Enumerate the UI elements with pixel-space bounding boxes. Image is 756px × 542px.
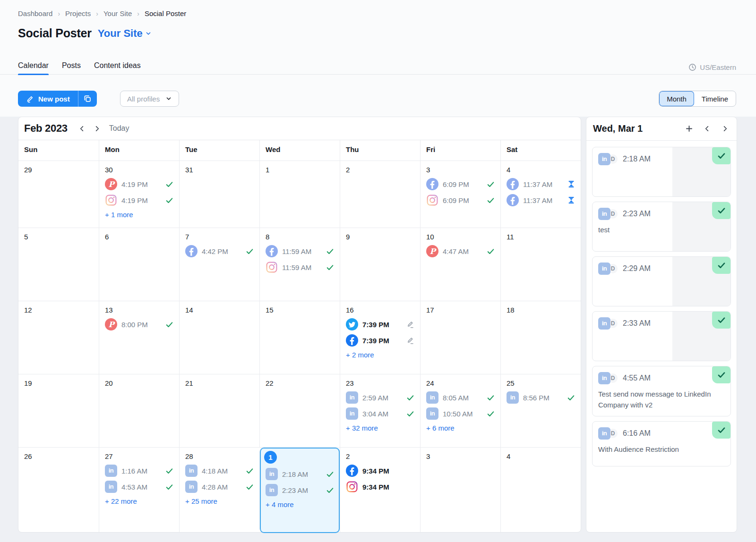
calendar-post[interactable]: 11:59 AM [266,261,334,273]
post-time: 4:19 PM [121,180,148,188]
calendar-day-cell[interactable]: 22 [259,374,340,447]
tab-calendar[interactable]: Calendar [18,61,49,75]
day-post-card[interactable]: inD2:23 AMtest [592,202,731,252]
view-toggle-month[interactable]: Month [659,91,694,106]
breadcrumb-your-site[interactable]: Your Site [103,9,132,17]
calendar-day-cell[interactable]: 167:39 PM7:39 PM+ 2 more [340,301,420,374]
more-posts-link[interactable]: + 22 more [105,497,173,505]
calendar-post[interactable]: in8:05 AM [426,391,495,404]
calendar-day-cell[interactable]: 2 [340,161,420,228]
calendar-day-cell[interactable]: 23in2:59 AMin3:04 AM+ 32 more [340,374,420,447]
more-posts-link[interactable]: + 25 more [185,497,254,505]
calendar-post[interactable]: 7:39 PM [346,334,414,347]
calendar-day-cell[interactable]: 1in2:18 AMin2:23 AM+ 4 more [259,448,340,533]
tab-posts[interactable]: Posts [62,61,81,75]
tab-content-ideas[interactable]: Content ideas [94,61,141,75]
more-posts-link[interactable]: + 1 more [105,211,173,219]
next-month-button[interactable] [91,122,103,135]
calendar-post[interactable]: 9:34 PM [346,481,414,493]
edit-pencil-icon[interactable] [406,320,414,329]
calendar-day-cell[interactable]: 1 [259,161,340,228]
calendar-day-cell[interactable]: 11 [500,228,581,301]
view-toggle-timeline[interactable]: Timeline [694,91,736,106]
calendar-post[interactable]: 4:42 PM [185,245,254,257]
calendar-post[interactable]: 7:39 PM [346,318,414,330]
more-posts-link[interactable]: + 6 more [426,424,495,432]
calendar-day-cell[interactable]: 31 [179,161,259,228]
more-posts-link[interactable]: + 4 more [266,500,334,508]
calendar-post[interactable]: 11:37 AM [507,194,575,206]
calendar-day-cell[interactable]: 3 [420,448,500,533]
calendar-post[interactable]: 6:09 PM [426,194,495,206]
more-posts-link[interactable]: + 32 more [346,424,414,432]
calendar-day-cell[interactable]: 21 [179,374,259,447]
calendar-post[interactable]: 4:19 PM [105,194,173,206]
calendar-day-cell[interactable]: 15 [259,301,340,374]
calendar-day-cell[interactable]: 20 [99,374,179,447]
calendar-post[interactable]: in4:28 AM [185,481,254,493]
add-post-button[interactable] [683,123,695,135]
calendar-day-cell[interactable]: 811:59 AM11:59 AM [259,228,340,301]
calendar-day-cell[interactable]: 411:37 AM11:37 AM [500,161,581,228]
calendar-post[interactable]: 11:59 AM [266,245,334,257]
breadcrumb-projects[interactable]: Projects [65,9,91,17]
day-post-card[interactable]: inD4:55 AMTest send now message to Linke… [592,366,731,416]
calendar-day-cell[interactable]: 4 [500,448,581,533]
calendar-post[interactable]: P8:00 PM [105,318,173,330]
calendar-day-cell[interactable]: 25in8:56 PM [500,374,581,447]
calendar-post[interactable]: P4:47 AM [426,245,495,257]
profiles-filter-dropdown[interactable]: All profiles [120,91,179,107]
breadcrumb-dashboard[interactable]: Dashboard [18,9,52,17]
day-post-card[interactable]: inD2:18 AM [592,147,731,197]
next-day-button[interactable] [719,123,731,135]
calendar-day-cell[interactable]: 29:34 PM9:34 PM [340,448,420,533]
calendar-day-cell[interactable]: 17 [420,301,500,374]
calendar-day-cell[interactable]: 26 [18,448,99,533]
day-post-card[interactable]: inD6:16 AMWith Audience Restriction [592,421,731,466]
today-button[interactable]: Today [109,124,129,133]
calendar-post[interactable]: 6:09 PM [426,178,495,190]
calendar-post[interactable]: in3:04 AM [346,407,414,420]
date-number: 7 [185,233,254,241]
calendar-post[interactable]: in4:18 AM [185,465,254,477]
calendar-post[interactable]: in8:56 PM [507,391,575,404]
calendar-post[interactable]: in1:16 AM [105,465,173,477]
calendar-day-cell[interactable]: 9 [340,228,420,301]
calendar-post[interactable]: in2:23 AM [266,484,334,496]
calendar-post[interactable]: 9:34 PM [346,465,414,477]
calendar-day-cell[interactable]: 12 [18,301,99,374]
calendar-day-cell[interactable]: 74:42 PM [179,228,259,301]
calendar-day-cell[interactable]: 36:09 PM6:09 PM [420,161,500,228]
calendar-day-cell[interactable]: 29 [18,161,99,228]
copy-icon [83,94,92,103]
calendar-day-cell[interactable]: 10P4:47 AM [420,228,500,301]
prev-day-button[interactable] [701,123,713,135]
post-text: test [598,225,725,236]
calendar-day-cell[interactable]: 27in1:16 AMin4:53 AM+ 22 more [99,448,179,533]
calendar-post[interactable]: in10:50 AM [426,407,495,420]
prev-month-button[interactable] [76,122,88,135]
calendar-day-cell[interactable]: 24in8:05 AMin10:50 AM+ 6 more [420,374,500,447]
calendar-day-cell[interactable]: 5 [18,228,99,301]
day-post-card[interactable]: inD2:29 AM [592,256,731,306]
calendar-post[interactable]: 11:37 AM [507,178,575,190]
calendar-post[interactable]: in4:53 AM [105,481,173,493]
bulk-post-button[interactable] [78,91,97,107]
calendar-day-cell[interactable]: 18 [500,301,581,374]
day-post-card[interactable]: inD2:33 AM [592,311,731,361]
more-posts-link[interactable]: + 2 more [346,351,414,359]
edit-pencil-icon[interactable] [406,336,414,345]
calendar-post[interactable]: in2:18 AM [266,468,334,480]
calendar-day-cell[interactable]: 6 [99,228,179,301]
calendar-post[interactable]: in2:59 AM [346,391,414,404]
linkedin-icon: in [598,372,610,384]
calendar-day-cell[interactable]: 19 [18,374,99,447]
calendar-day-cell[interactable]: 30P4:19 PM4:19 PM+ 1 more [99,161,179,228]
site-selector-dropdown[interactable]: Your Site [98,27,152,40]
calendar-day-cell[interactable]: 14 [179,301,259,374]
new-post-button[interactable]: New post [18,91,78,107]
date-number: 19 [24,379,93,387]
calendar-day-cell[interactable]: 13P8:00 PM [99,301,179,374]
calendar-post[interactable]: P4:19 PM [105,178,173,190]
calendar-day-cell[interactable]: 28in4:18 AMin4:28 AM+ 25 more [179,448,259,533]
